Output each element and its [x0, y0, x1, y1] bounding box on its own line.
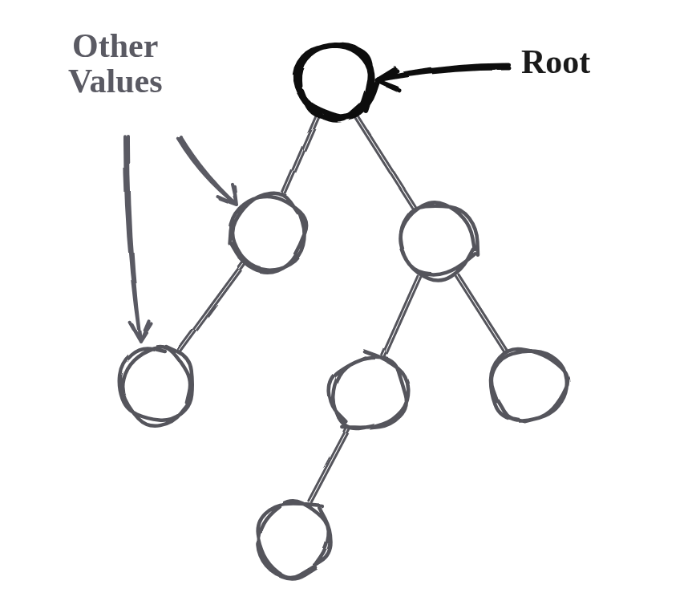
tree-node [119, 347, 192, 426]
annotation-arrow [178, 136, 237, 205]
tree-node [400, 202, 478, 280]
annotation-arrow [125, 136, 152, 341]
tree-node [257, 501, 331, 578]
edges [177, 114, 508, 502]
edge [382, 276, 418, 355]
edge [385, 278, 420, 357]
edge [177, 263, 242, 351]
tree-node [491, 349, 568, 421]
edge [459, 274, 508, 351]
root-node [295, 45, 378, 120]
edge [354, 116, 412, 209]
root-label: Root [521, 44, 590, 79]
tree-node [229, 193, 308, 273]
edge [456, 276, 505, 353]
annotation-arrow [377, 65, 509, 91]
edge [180, 265, 245, 352]
edge [357, 114, 415, 207]
edge [311, 428, 350, 502]
edge [281, 116, 316, 194]
tree-node [330, 352, 409, 430]
other-values-label: Other Values [68, 28, 163, 99]
nodes [119, 45, 568, 579]
edge [309, 427, 347, 501]
edge [285, 117, 319, 196]
